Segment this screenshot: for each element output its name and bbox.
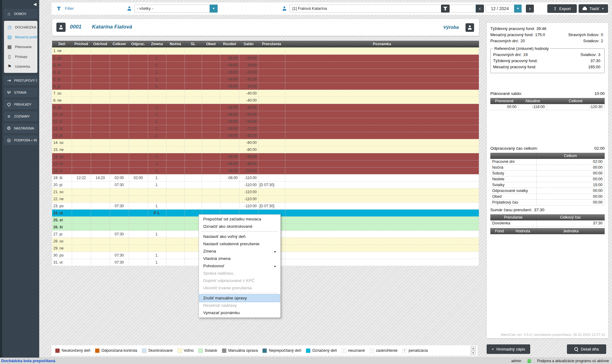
sidebar-item[interactable]: Ψ STRAVA xyxy=(4,88,37,97)
table-row[interactable]: 21. so -110:00 xyxy=(52,188,479,195)
table-row[interactable]: 18. st 1. -08:00 -104:00 xyxy=(52,167,479,174)
table-row[interactable]: 13. pi 1. -08:00 -80:00 xyxy=(52,132,479,139)
table-row[interactable]: 7. so -40:00 xyxy=(52,90,479,97)
context-menu-item[interactable]: Pohotovosť ▸ xyxy=(200,262,280,270)
context-menu-item[interactable]: Prepočítať od začiatku mesiaca xyxy=(200,216,280,223)
sidebar-item[interactable]: Ϙ PREHĽADY xyxy=(4,100,37,109)
cell-celkom xyxy=(110,139,129,146)
sidebar-group-item[interactable]: ▤ Mesačný prehľad xyxy=(4,32,37,42)
cell-day: 27. pi xyxy=(52,231,72,238)
context-menu-item[interactable]: Zrušiť manuálne úpravy xyxy=(200,295,280,302)
sidebar-group-item[interactable]: ▦ Plánovanie xyxy=(4,42,37,52)
cell-celkom xyxy=(110,69,129,76)
table-row[interactable]: 3. ut 1. -08:00 -16:00 xyxy=(52,62,479,69)
employee-badge[interactable] xyxy=(56,23,66,32)
column-header[interactable]: Zmena xyxy=(148,41,166,47)
context-menu-item[interactable]: Vymazať poznámku xyxy=(200,309,280,317)
table-row[interactable]: 8. ne -40:00 xyxy=(52,97,479,104)
column-header[interactable]: SL xyxy=(184,41,202,47)
cell-day: 20. pi xyxy=(52,181,72,188)
sidebar-item[interactable]: ⇥ PRÍSTUPOVÝ SYS xyxy=(4,76,37,85)
department-badge[interactable] xyxy=(466,23,474,32)
sidebar-group-item[interactable]: ◷ DOCHÁDZKA xyxy=(4,22,37,32)
person-filter-button[interactable] xyxy=(441,5,450,13)
chevron-down-icon[interactable]: ▼ xyxy=(210,5,218,13)
sidebar-group-item[interactable]: ▯ Prístupy xyxy=(4,52,37,62)
legend-label: Skontrolované xyxy=(148,348,173,353)
column-header[interactable]: Odchod xyxy=(91,41,110,47)
column-header[interactable]: Poznámka xyxy=(285,41,479,47)
spinner-down-icon[interactable]: ▼ xyxy=(471,351,476,355)
cell-poznamka xyxy=(285,195,479,202)
table-row[interactable]: 10. ut 1. -08:00 -56:00 xyxy=(52,111,479,118)
context-menu-item[interactable] xyxy=(201,231,278,232)
context-menu-item[interactable]: Nastaviť celodenné prerušenie xyxy=(200,240,280,248)
context-menu-item[interactable]: Ukončiť trvanie prerušenia xyxy=(200,284,280,292)
export-button[interactable]: ↥ Export xyxy=(547,4,577,13)
column-header[interactable]: Odprac. xyxy=(129,41,148,47)
table-row[interactable]: 22. ne -110:00 xyxy=(52,195,479,202)
column-header[interactable]: Príchod xyxy=(72,41,91,47)
table-row[interactable]: 16. po 1. -08:00 -88:00 xyxy=(52,153,479,160)
sidebar-group-icon: ⚑ xyxy=(6,64,13,69)
context-menu-item[interactable]: Správa nadčasu.. xyxy=(200,270,280,277)
column-header[interactable]: Saldo xyxy=(239,41,258,47)
table-row[interactable]: 9. po 1. -08:00 -48:00 xyxy=(52,104,479,111)
table-row[interactable]: 2. po 1. -08:00 -08:00 xyxy=(52,54,479,62)
next-month-button[interactable]: › xyxy=(526,5,534,13)
column-header[interactable]: Celkom xyxy=(110,41,129,47)
context-menu-item[interactable]: Nastaviť ako voľný deň xyxy=(200,233,280,240)
table-row[interactable]: 12. št 1. -08:00 -72:00 xyxy=(52,125,479,132)
cell-celkom xyxy=(110,153,129,160)
table-row[interactable]: 14. so -80:00 xyxy=(52,139,479,146)
column-header[interactable]: Obed xyxy=(202,41,220,47)
filter-icon[interactable] xyxy=(57,6,61,11)
cell-nocna xyxy=(166,69,184,76)
sidebar-collapse-icon[interactable]: ◀ xyxy=(33,2,36,6)
print-button[interactable]: Tlačiť ▼ xyxy=(579,4,608,13)
cell-obed xyxy=(202,139,220,146)
group-select[interactable]: - všetky - ▼ xyxy=(134,5,218,13)
person-select[interactable]: [1] Fialová Katarína ▼ xyxy=(290,5,484,13)
cell-poznamka xyxy=(285,62,479,69)
context-menu-item[interactable]: Zmena ▸ xyxy=(200,248,280,255)
context-menu-item[interactable]: Resetnúť nadčasy xyxy=(200,302,280,309)
column-header[interactable]: Prerušenia xyxy=(258,41,285,47)
day-detail-button[interactable]: Detail dňa xyxy=(567,344,606,354)
context-menu-item[interactable]: Vlastná zmena xyxy=(200,255,280,262)
column-header[interactable]: Deň xyxy=(52,41,72,47)
filter-label[interactable]: Filter xyxy=(65,6,74,11)
cell-nocna xyxy=(166,153,184,160)
month-dropdown-button[interactable]: ▼ xyxy=(514,5,522,13)
sidebar-item-domov[interactable]: ⌂ DOMOV xyxy=(4,9,37,18)
context-menu-item[interactable]: Doplniť odpracované z KPČ xyxy=(200,277,280,284)
bulk-entry-button[interactable]: + Hromadný zápis xyxy=(487,344,530,354)
cell-saldo: -48:00 xyxy=(239,104,258,111)
sidebar-item[interactable]: ⚙ NASTAVENIA xyxy=(4,124,37,133)
cell-celkom xyxy=(110,167,129,174)
table-row[interactable]: 17. ut 1. -08:00 -96:00 xyxy=(52,160,479,167)
spinner-up-icon[interactable]: ▲ xyxy=(471,346,476,350)
prev-month-button[interactable]: ‹ xyxy=(476,5,484,13)
planned-balance-label: Plánované saldo: xyxy=(490,91,522,96)
sidebar-group-item[interactable]: ⚑ Uzávierka xyxy=(4,62,37,71)
table-row[interactable]: 11. st 1. -08:00 -64:00 xyxy=(52,118,479,125)
column-header[interactable]: Rozdiel xyxy=(220,41,239,47)
table-row[interactable]: 23. po 07:30 1. -110:00 [D 07:30] xyxy=(52,202,479,209)
context-menu-item[interactable] xyxy=(201,293,278,293)
context-menu-item[interactable]: Označiť ako skontrolované xyxy=(200,223,280,230)
sidebar-item[interactable]: ≡ ZOZNAMY xyxy=(4,112,37,121)
table-row[interactable]: 4. st 1. -08:00 -24:00 xyxy=(52,69,479,76)
table-row[interactable]: 15. ne -80:00 xyxy=(52,146,479,153)
table-row[interactable]: 5. št 1. -08:00 -32:00 xyxy=(52,76,479,83)
table-row[interactable]: 1. ne xyxy=(52,47,479,54)
legend-spinner[interactable]: ▲ ▼ xyxy=(471,346,476,355)
table-row[interactable]: 19. št 12:22 14:23 02:00 02:00 1. -06:00… xyxy=(52,174,479,181)
table-row[interactable]: 20. pi 07:30 1. -110:00 [D 07:30] xyxy=(52,181,479,188)
table-row[interactable]: 6. pi 1. -08:00 -40:00 xyxy=(52,83,479,90)
sidebar-item[interactable]: ◎ PODPORA + INFO xyxy=(4,136,37,145)
cell-prerusenia xyxy=(258,62,285,69)
sidebar-item-icon: ⇥ xyxy=(6,78,12,83)
month-value[interactable]: 12 / 2024 xyxy=(485,5,514,13)
column-header[interactable]: Nočná xyxy=(166,41,184,47)
